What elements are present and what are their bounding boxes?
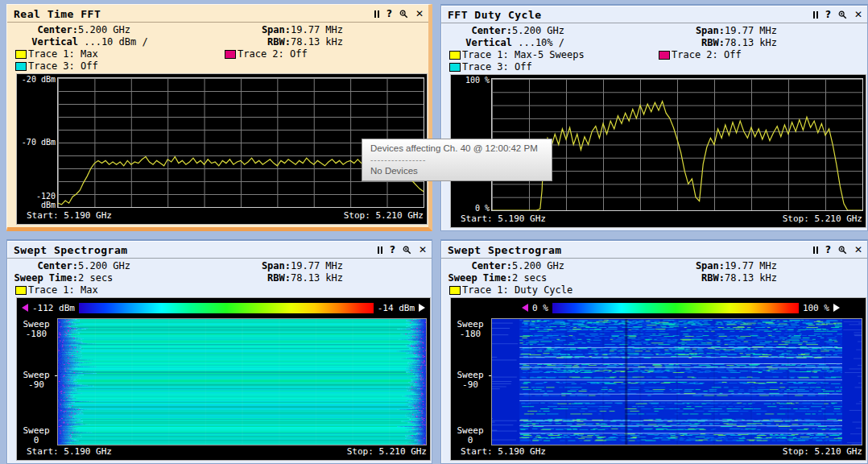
y-axis-bottom-label: 0 % — [452, 204, 490, 213]
scale-max-arrow-icon[interactable] — [419, 304, 425, 312]
span-label: Span: — [659, 25, 725, 37]
center-value: 5.200 GHz — [78, 24, 130, 36]
trace1-swatch[interactable] — [15, 286, 27, 295]
rbw-value: 78.13 kHz — [725, 37, 777, 49]
title-separator — [7, 258, 432, 259]
trace1-label: Trace 1: Max — [28, 284, 98, 296]
panel-settings: Center:5.200 GHz Span:19.77 MHz Vertical… — [441, 24, 867, 73]
panel-real-time-fft: Real Time FFT ? ✕ Center:5.200 GHz Span:… — [6, 4, 432, 231]
x-axis-start-label: Start: 5.190 GHz — [461, 446, 546, 457]
rbw-label: RBW: — [659, 37, 725, 49]
spectrogram-plot-area[interactable] — [491, 318, 862, 445]
y-axis-mid-label: -70 dBm — [18, 138, 56, 147]
color-scale-bar[interactable]: -112 dBm -14 dBm — [17, 300, 430, 315]
sweep-top-label: Sweep-180 — [19, 320, 54, 339]
span-value: 19.77 MHz — [291, 24, 343, 36]
panel-title: Swept Spectrogram — [14, 244, 128, 256]
tooltip-body: No Devices — [370, 165, 552, 177]
help-icon[interactable]: ? — [390, 246, 395, 254]
scale-min-arrow-icon[interactable] — [22, 304, 28, 312]
pause-icon[interactable] — [813, 246, 818, 254]
spectrogram-plot-area[interactable] — [57, 318, 427, 445]
pause-icon[interactable] — [813, 11, 818, 19]
pause-icon[interactable] — [378, 246, 382, 254]
trace3-swatch[interactable] — [15, 62, 27, 71]
trace1-swatch[interactable] — [449, 286, 461, 295]
vertical-value: ...10% / — [512, 37, 564, 49]
help-icon[interactable]: ? — [825, 246, 831, 254]
vertical-label: Vertical — [7, 36, 78, 48]
panel-controls: ? ✕ — [813, 246, 862, 255]
zoom-icon[interactable] — [403, 246, 411, 255]
panel-title: Swept Spectrogram — [448, 244, 562, 256]
trace3-label: Trace 3: Off — [462, 61, 532, 73]
close-icon[interactable]: ✕ — [854, 10, 862, 19]
x-axis-stop-label: Stop: 5.210 GHz — [344, 210, 424, 221]
tooltip-title: Devices affecting Ch. 40 @ 12:00:42 PM — [370, 143, 552, 155]
y-axis-top-label: 100 % — [452, 76, 490, 85]
color-scale-bar[interactable]: 0 % 100 % — [451, 300, 866, 315]
span-value: 19.77 MHz — [725, 260, 777, 272]
span-label: Span: — [659, 260, 725, 272]
x-axis-start-label: Start: 5.190 GHz — [27, 210, 112, 221]
vertical-label: Vertical — [441, 37, 512, 49]
panel-swept-spectrogram-max: Swept Spectrogram ? ✕ Center:5.200 GHz S… — [6, 239, 432, 464]
zoom-icon[interactable] — [399, 10, 408, 19]
sweep-mid-label: Sweep-90 — [453, 371, 488, 390]
scale-max-arrow-icon[interactable] — [833, 304, 840, 312]
sweep-bottom-label: Sweep0 — [453, 426, 488, 445]
zoom-icon[interactable] — [838, 10, 847, 19]
center-value: 5.200 GHz — [512, 260, 564, 272]
x-axis-stop-label: Stop: 5.210 GHz — [783, 446, 862, 457]
spectrogram-chart[interactable]: -112 dBm -14 dBm Sweep-180 Sweep-90 Swee… — [16, 297, 431, 461]
trace2-label: Trace 2: Off — [238, 48, 308, 60]
panel-fft-duty-cycle: FFT Duty Cycle ? ✕ Center:5.200 GHz Span… — [440, 4, 868, 231]
pause-icon[interactable] — [374, 10, 379, 18]
trace1-swatch[interactable] — [15, 50, 27, 59]
scale-max-label: -14 dBm — [378, 303, 415, 313]
close-icon[interactable]: ✕ — [854, 246, 862, 254]
scale-min-arrow-icon[interactable] — [522, 304, 528, 312]
center-value: 5.200 GHz — [512, 25, 564, 37]
rbw-value: 78.13 kHz — [291, 272, 343, 284]
center-label: Center: — [7, 260, 78, 272]
trace1-label: Trace 1: Duty Cycle — [462, 284, 572, 296]
help-icon[interactable]: ? — [825, 10, 831, 19]
panel-settings: Center:5.200 GHz Span:19.77 MHz Sweep Ti… — [7, 259, 432, 296]
span-value: 19.77 MHz — [725, 25, 777, 37]
y-axis-bottom-label: -120 dBm — [18, 192, 56, 209]
panel-titlebar: Real Time FFT ? ✕ — [7, 5, 428, 20]
rbw-label: RBW: — [225, 272, 291, 284]
devices-tooltip: Devices affecting Ch. 40 @ 12:00:42 PM -… — [362, 139, 552, 181]
trace1-label: Trace 1: Max-5 Sweeps — [462, 49, 585, 61]
title-separator — [7, 22, 428, 23]
trace2-swatch[interactable] — [225, 50, 236, 59]
panel-title: Real Time FFT — [14, 8, 101, 20]
x-axis-start-label: Start: 5.190 GHz — [461, 213, 546, 224]
y-axis-top-label: -20 dBm — [18, 75, 56, 84]
sweep-bottom-label: Sweep0 — [19, 426, 54, 445]
trace1-label: Trace 1: Max — [28, 48, 98, 60]
trace1-swatch[interactable] — [449, 51, 461, 60]
trace2-label: Trace 2: Off — [672, 49, 742, 61]
zoom-icon[interactable] — [838, 246, 847, 255]
sweep-time-value: 2 secs — [78, 272, 113, 284]
span-value: 19.77 MHz — [291, 260, 343, 272]
x-axis-stop-label: Stop: 5.210 GHz — [783, 213, 862, 224]
close-icon[interactable]: ✕ — [419, 246, 427, 254]
panel-controls: ? ✕ — [374, 10, 424, 19]
span-label: Span: — [225, 260, 291, 272]
rbw-label: RBW: — [225, 36, 291, 48]
trace3-label: Trace 3: Off — [28, 60, 98, 72]
sweep-time-value: 2 secs — [512, 272, 547, 284]
panel-titlebar: Swept Spectrogram ? ✕ — [7, 241, 432, 256]
center-label: Center: — [441, 260, 512, 272]
sweep-time-label: Sweep Time: — [441, 272, 512, 284]
title-separator — [441, 258, 867, 259]
trace2-swatch[interactable] — [659, 51, 670, 60]
close-icon[interactable]: ✕ — [415, 10, 424, 18]
help-icon[interactable]: ? — [386, 10, 392, 18]
spectrogram-chart[interactable]: 0 % 100 % Sweep-180 Sweep-90 Sweep0 Star… — [450, 297, 866, 461]
trace3-swatch[interactable] — [449, 63, 461, 72]
x-axis-start-label: Start: 5.190 GHz — [27, 446, 112, 457]
